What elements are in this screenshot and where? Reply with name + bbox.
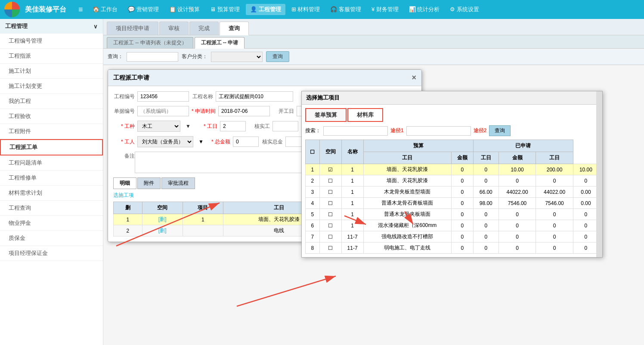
sidebar-item-project-query[interactable]: 工程查询 [0,201,103,216]
total-input[interactable] [233,137,259,147]
sidebar-item-material-plan[interactable]: 材料需求计划 [0,186,103,201]
svg-line-2 [237,276,336,306]
actual-label: 核实工 [248,123,270,130]
sub-tab-apply[interactable]: 工程派工 -- 申请 [195,37,245,49]
sidebar-item-property-deposit[interactable]: 物业押金 [0,216,103,231]
category-select[interactable] [211,52,263,62]
th-del: 删 [114,202,142,214]
sidebar-item-pm-guarantee[interactable]: 项目经理保证金 [0,246,103,261]
search-input[interactable] [127,52,178,62]
project-no-label: 工程编号 [113,93,135,100]
project-name-input[interactable] [216,91,293,102]
sd-tabs: 签单预算 材料库 [305,108,599,122]
td-budget-amount: 0 [473,164,498,175]
apply-time-input[interactable] [218,106,270,116]
sidebar-item-dispatch[interactable]: 工程派工单 [0,139,103,155]
sd-table-row: 2 ☐ 1 墙面、天花乳胶漆 0 0 0 0 0 [306,175,599,186]
th-project: 项目 [183,202,223,214]
tab-complete[interactable]: 完成 [189,22,219,35]
worker-type-select[interactable]: 木工 [137,121,180,132]
modal-title: 工程派工申请 [113,74,149,82]
hamburger-icon[interactable]: ≡ [75,5,87,14]
sidebar: 工程管理 ∨ 工程编号管理 工程指派 施工计划 施工计划变更 我的工程 工程验收… [0,19,103,345]
td-space [183,225,223,236]
sidebar-item-plan-change[interactable]: 施工计划变更 [0,79,103,94]
path1-label: 途径1 [390,127,404,134]
sd-table-row: 6 ☐ 1 混水漆储藏柜（深600mm 0 0 0 0 0 [306,220,599,231]
nav-design-budget[interactable]: 📋 设计预算 [165,4,204,15]
nav-marketing[interactable]: 💬 营销管理 [124,4,163,15]
sd-table-row: 4 ☐ 1 普通木龙骨石膏板墙面 0 98.00 7546.00 7546.00 [306,198,599,209]
query-bar: 查询： 客户分类： 查询 [103,49,644,65]
td-space: 1 [341,164,363,175]
sidebar-group-project[interactable]: 工程管理 ∨ [0,19,103,34]
tab-review[interactable]: 审核 [159,22,189,35]
apply-time-label: * 申请时间 [192,108,216,115]
worker-type-label: * 工种 [113,123,135,130]
sidebar-item-maintenance[interactable]: 工程维修单 [0,171,103,186]
search-path2-input[interactable] [406,126,471,136]
detail-tab-attachment[interactable]: 附件 [137,177,161,189]
detail-tab-approval[interactable]: 审批流程 [161,177,195,189]
nav-settings[interactable]: ⚙ 系统设置 [446,4,483,15]
close-icon[interactable]: × [412,73,416,82]
th-applied-amount: 金额 [498,152,536,164]
modal-header: 工程派工申请 × [108,70,421,86]
sd-table-row: 5 ☐ 1 普通木龙骨夹板墙面 0 0 0 0 0 [306,209,599,220]
sidebar-item-acceptance[interactable]: 工程验收 [0,109,103,124]
nav-finance[interactable]: ¥ 财务管理 [367,4,403,15]
td-checkbox[interactable]: ☑ [319,164,341,175]
top-nav: 美佳装修平台 ≡ 🏠 工作台 💬 营销管理 📋 设计预算 🖥 预算管理 👤 工程… [0,0,644,19]
th-budget-group: 预算 [363,140,473,152]
td-applied-amount: 200.00 [536,164,573,175]
project-no-input[interactable] [137,91,189,102]
query-button[interactable]: 查询 [266,51,289,62]
td-budget-day: 0 [451,164,473,175]
nav-customer-service[interactable]: 🎧 客服管理 [326,4,365,15]
select-dialog-header: 选择施工项目 [302,91,602,105]
td-space: 1 [183,214,223,225]
sub-tab-list[interactable]: 工程派工 -- 申请列表（未提交） [107,37,193,48]
sidebar-item-construction-plan[interactable]: 施工计划 [0,64,103,79]
actual-input[interactable] [272,121,298,131]
td-num: 1 [306,164,320,175]
td-del[interactable]: [删] [142,225,183,236]
sidebar-item-quality-bond[interactable]: 质保金 [0,231,103,246]
td-del[interactable]: [删] [142,214,183,225]
nav-workbench[interactable]: 🏠 工作台 [88,4,122,15]
tab-pm-apply[interactable]: 项目经理申请 [107,22,158,35]
app-brand: 美佳装修平台 [25,5,66,14]
sd-tab-material[interactable]: 材料库 [347,108,383,122]
sidebar-item-project-assign[interactable]: 工程指派 [0,49,103,64]
sidebar-item-my-project[interactable]: 我的工程 [0,94,103,109]
scroll-bar[interactable] [596,91,602,257]
th-budget-day: 工日 [363,152,451,164]
nav-budget-manage[interactable]: 🖥 预算管理 [206,4,244,15]
bill-no-input[interactable] [137,106,189,116]
worker-select[interactable]: 刘大陆（业务员） [137,136,193,147]
sidebar-item-attachment[interactable]: 工程附件 [0,124,103,139]
workday-input[interactable] [220,121,246,131]
sub-tabs: 工程派工 -- 申请列表（未提交） 工程派工 -- 申请 [103,35,644,49]
nav-project-manage[interactable]: 👤 工程管理 [246,4,285,15]
select-dialog-title: 选择施工项目 [306,94,340,101]
sidebar-item-issues[interactable]: 工程问题清单 [0,155,103,171]
sd-query-button[interactable]: 查询 [489,125,511,136]
nav-material[interactable]: ⊞ 材料管理 [287,4,325,15]
select-construction-link[interactable]: 选施工项 [113,192,134,198]
sidebar-item-project-number[interactable]: 工程编号管理 [0,34,103,49]
category-label: 客户分类： [182,53,207,60]
sd-table-row: 8 ☐ 11-7 弱电施工、电丁走线 0 0 0 0 0 [306,242,599,254]
worker-label: * 工人 [113,138,135,146]
sd-search-row: 搜索： 途径1 途径2 查询 [305,125,599,136]
th-name: 名称 [341,140,363,164]
path2-label: 途径2 [474,127,487,134]
sd-tab-budget[interactable]: 签单预算 [305,108,347,122]
detail-tab-detail[interactable]: 明细 [113,177,136,189]
select-dialog-body: 签单预算 材料库 搜索： 途径1 途径2 查询 [302,105,602,257]
search-path1-input[interactable] [323,126,388,136]
nav-stats[interactable]: 📊 统计分析 [405,4,444,15]
tab-query[interactable]: 查询 [220,22,249,35]
query-label: 查询： [108,53,123,60]
sd-table-row: 3 ☐ 1 木龙骨夹板造型墙面 0 66.00 44022.00 44022.0… [306,186,599,198]
